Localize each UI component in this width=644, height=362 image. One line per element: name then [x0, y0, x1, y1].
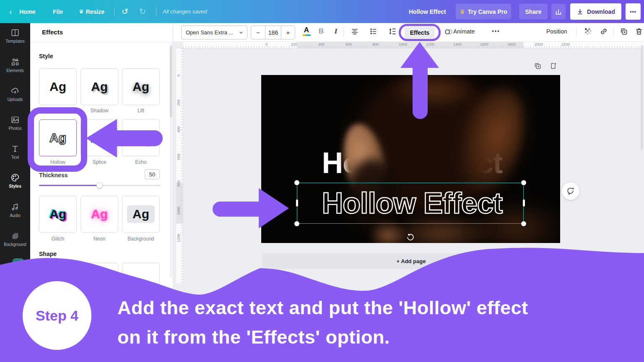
font-size-decrease-button[interactable]: − — [251, 26, 265, 39]
selection-handle-top-left[interactable] — [294, 180, 299, 185]
chevron-down-icon — [239, 30, 244, 35]
style-tile-lift[interactable]: Ag — [122, 68, 160, 105]
step-label: Step 4 — [36, 308, 78, 324]
tutorial-line-1: Add the exact text and put the 'Hollow' … — [117, 293, 528, 323]
duplicate-page-icon[interactable] — [534, 62, 542, 70]
arrow-right-to-text-stem — [213, 202, 260, 217]
link-button[interactable] — [598, 27, 609, 36]
panel-divider — [30, 42, 173, 42]
document-title[interactable]: Hollow Effect — [409, 0, 446, 23]
download-button[interactable]: Download — [570, 3, 621, 20]
text-color-letter: A — [304, 26, 309, 34]
sidebar-label: Audio — [10, 213, 21, 218]
ruler-label: 800 — [177, 177, 181, 190]
background-icon — [10, 231, 20, 240]
audio-icon — [10, 202, 20, 212]
sidebar-item-uploads[interactable]: Uploads — [0, 86, 30, 102]
sidebar-label: Styles — [9, 184, 21, 189]
style-tile-neon[interactable]: Ag — [80, 196, 118, 233]
position-button[interactable]: Position — [546, 28, 567, 35]
shape-tile[interactable] — [80, 263, 118, 300]
sidebar-item-styles[interactable]: Styles — [0, 173, 30, 189]
styles-icon — [10, 173, 20, 182]
sidebar-label: Templates — [5, 39, 25, 44]
animate-icon[interactable] — [443, 27, 454, 36]
selection-handle-top-right[interactable] — [521, 180, 526, 185]
style-tile-none[interactable]: Ag — [39, 68, 77, 105]
resize-menu[interactable]: ♛ Resize — [79, 0, 104, 23]
home-menu[interactable]: Home — [19, 0, 36, 23]
topbar-divider — [114, 7, 114, 16]
templates-icon — [10, 28, 20, 37]
sidebar-item-templates[interactable]: Templates — [0, 28, 30, 44]
sidebar-label: Elements — [6, 68, 24, 73]
add-comment-button[interactable] — [562, 182, 579, 200]
style-sample: Ag — [91, 208, 108, 220]
panel-scrollbar-thumb[interactable] — [170, 46, 172, 117]
font-family-dropdown[interactable]: Open Sans Extra ... — [181, 26, 247, 39]
sidebar-item-audio[interactable]: Audio — [0, 202, 30, 218]
sidebar-item-elements[interactable]: Elements — [0, 57, 30, 73]
italic-button[interactable]: I — [331, 27, 341, 36]
add-page-icon[interactable] — [549, 62, 557, 70]
sidebar-item-background[interactable]: Background — [0, 231, 30, 247]
more-options-button[interactable]: ••• — [626, 3, 641, 20]
selection-handle-left[interactable] — [296, 199, 298, 207]
file-menu[interactable]: File — [53, 0, 63, 23]
selection-handle-bottom-right[interactable] — [521, 221, 526, 226]
step-badge: Step 4 — [23, 281, 91, 350]
font-size-increase-button[interactable]: + — [281, 26, 295, 39]
text-color-button[interactable]: A — [301, 26, 312, 36]
selection-handle-bottom-left[interactable] — [294, 221, 299, 226]
ruler-label: 1000 — [399, 42, 407, 47]
thickness-slider-thumb[interactable] — [96, 182, 103, 189]
arrow-left-to-hollow-stem — [113, 130, 163, 146]
download-icon — [576, 8, 584, 15]
sidebar-label: Uploads — [8, 97, 23, 102]
tutorial-line-2: on it from the 'Effects' option. — [117, 323, 528, 352]
delete-button[interactable] — [634, 27, 644, 36]
third-party-app-icon[interactable]: D — [13, 259, 24, 270]
bullet-list-button[interactable] — [368, 27, 379, 36]
style-tile-background[interactable]: Ag — [122, 196, 160, 233]
chart-icon[interactable] — [551, 4, 566, 19]
style-tile-shadow[interactable]: Ag — [80, 68, 118, 105]
transparency-button[interactable] — [582, 27, 593, 35]
rotate-handle[interactable] — [406, 233, 415, 243]
selection-handle-right[interactable] — [523, 199, 525, 207]
effects-button-highlight-ring — [399, 24, 441, 41]
bold-button[interactable]: B — [316, 27, 326, 36]
shape-section-heading: Shape — [39, 251, 57, 257]
autosave-status: All changes saved — [163, 0, 207, 23]
sidebar-item-photos[interactable]: Photos — [0, 115, 30, 131]
sidebar-label: Text — [11, 155, 19, 160]
design-page[interactable]: Hollow Effect Hollow Effect — [261, 75, 560, 243]
top-bar: ‹ Home File ♛ Resize ↺ ↻ All changes sav… — [0, 0, 644, 23]
style-tile-glitch[interactable]: Ag — [39, 196, 77, 233]
selection-box[interactable] — [297, 183, 524, 224]
ruler-label: 600 — [177, 150, 181, 163]
ruler-label: 800 — [372, 42, 379, 47]
add-page-button[interactable]: + Add page — [262, 253, 560, 269]
text-align-button[interactable] — [349, 27, 360, 36]
style-sample: Ag — [127, 205, 155, 223]
style-section-heading: Style — [39, 53, 53, 59]
try-canva-pro-button[interactable]: ♛ Try Canva Pro — [456, 4, 511, 19]
canvas-scrollbar[interactable] — [641, 45, 643, 150]
font-size-value[interactable]: 186 — [265, 26, 281, 39]
line-spacing-button[interactable] — [387, 27, 398, 36]
download-label: Download — [587, 8, 615, 15]
thickness-value-input[interactable]: 50 — [145, 169, 160, 179]
duplicate-button[interactable] — [618, 27, 629, 36]
font-size-stepper: − 186 + — [251, 26, 295, 39]
sidebar-item-text[interactable]: Text — [0, 144, 30, 160]
undo-icon[interactable]: ↺ — [122, 0, 128, 23]
ruler-label: 200 — [177, 96, 181, 109]
toolbar-more-button[interactable]: ••• — [490, 28, 502, 34]
share-button[interactable]: Share — [519, 4, 548, 19]
redo-icon[interactable]: ↻ — [139, 0, 146, 23]
try-pro-label: Try Canva Pro — [468, 8, 507, 15]
animate-button[interactable]: Animate — [453, 28, 475, 35]
back-chevron-icon[interactable]: ‹ — [9, 0, 12, 23]
toolbar-divider — [343, 27, 344, 37]
